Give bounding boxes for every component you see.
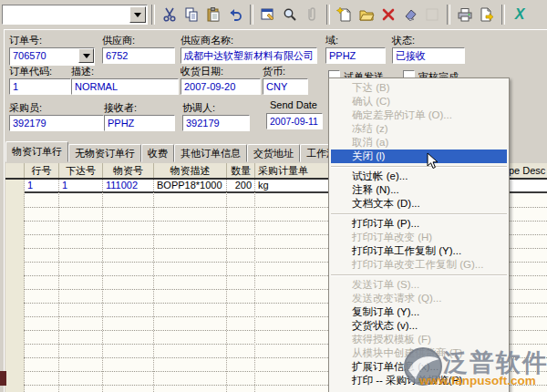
menu-item-label: 文档文本 (D)... — [352, 198, 420, 209]
menu-item-label: 复制订单 (Y)... — [352, 306, 419, 317]
bottom-left-artifact — [0, 371, 6, 386]
grid-header-qty: 数量 — [227, 163, 255, 178]
menu-item-label: 确定差异的订单 (O)... — [352, 109, 452, 120]
erase-icon[interactable] — [399, 4, 421, 26]
attachment-icon — [301, 4, 323, 26]
coordinator-field[interactable]: 392179 — [182, 115, 250, 131]
paste-icon[interactable] — [202, 4, 224, 26]
currency-field[interactable]: CNY — [263, 78, 308, 95]
cell-release[interactable]: 1 — [59, 180, 103, 191]
description-field[interactable]: NORMAL — [71, 78, 179, 95]
description-label: 描述: — [71, 65, 94, 78]
menu-item[interactable]: 确认 (C) — [329, 95, 509, 108]
grid-header-partial: pe Desc — [509, 163, 545, 178]
tab-label: 交货地址 — [253, 148, 294, 159]
cell-desc[interactable]: BOPP18*1000 — [154, 180, 227, 191]
menu-item-label: 打印订单工作复制 (Y)... — [352, 245, 461, 256]
menu-item[interactable]: 打印订单 (P)... — [329, 217, 509, 231]
grid-selector-column — [5, 180, 25, 392]
menu-item[interactable] — [329, 211, 509, 217]
chevron-down-icon[interactable] — [129, 6, 146, 23]
toolbar-separator — [151, 5, 155, 25]
domain-field[interactable]: PPHZ — [325, 47, 386, 64]
menu-item-label: 发送订单 (S)... — [352, 279, 419, 290]
order-no-label: 订单号: — [9, 34, 42, 47]
currency-label: 货币: — [263, 65, 285, 78]
menu-item-label: 从模块中创建供货商 (T) — [352, 347, 462, 358]
menu-item-label: 交货状态 (v)... — [352, 320, 418, 331]
tab[interactable]: 收费 — [141, 144, 174, 162]
menu-item[interactable] — [329, 272, 509, 278]
menu-item-label: 冻结 (z) — [352, 123, 388, 134]
cell-line[interactable]: 1 — [25, 180, 59, 191]
cell-item[interactable]: 111002 — [103, 180, 154, 191]
menu-item[interactable]: 复制订单 (Y)... — [329, 305, 509, 319]
menu-item[interactable]: 发送改变请求 (Q)... — [329, 292, 509, 305]
menu-item[interactable]: 关闭 (l) — [331, 150, 507, 163]
buyer-field[interactable]: 392179 — [9, 115, 104, 131]
menu-item[interactable]: 从模块中创建供货商 (T) — [329, 346, 509, 360]
receive-date-field[interactable]: 2007-09-20 — [181, 78, 261, 95]
menu-item[interactable]: 打印 -- 采购订单报览(P) — [329, 374, 509, 387]
open-folder-icon[interactable] — [356, 4, 377, 26]
menu-item[interactable]: 交货状态 (v)... — [329, 319, 509, 333]
menu-item[interactable]: 冻结 (z) — [329, 122, 509, 136]
new-icon[interactable] — [334, 4, 356, 26]
menu-item[interactable]: 发送订单 (S)... — [329, 278, 509, 292]
grid-column-line — [58, 180, 59, 392]
export-icon[interactable] — [476, 4, 498, 26]
menu-item[interactable]: 打印订单改变工作复制 (G)... — [329, 258, 509, 272]
menu-item[interactable]: 打印订单工作复制 (Y)... — [329, 244, 509, 258]
menu-item[interactable]: 试过帐 (e)... — [329, 170, 509, 183]
menu-item[interactable]: 扩展订单信息 (x)... — [329, 360, 509, 374]
order-code-field[interactable]: 1 — [9, 78, 71, 95]
menu-item[interactable]: 获得授权模板 (F) — [329, 333, 509, 346]
menu-item-label: 注释 (N)... — [352, 184, 399, 195]
menu-item[interactable]: 下达 (B) — [329, 81, 509, 95]
grid-header-selector — [5, 163, 25, 178]
menu-item-label: 试过帐 (e)... — [352, 170, 408, 181]
menu-item[interactable]: 取消 (a) — [329, 136, 509, 150]
send-date-field[interactable]: 2007-09-11 — [266, 113, 323, 129]
coordinator-label: 协调人: — [182, 101, 215, 115]
chevron-down-icon[interactable] — [78, 48, 94, 63]
tab-label: 无物资订单行 — [75, 148, 135, 159]
buyer-label: 采购员: — [9, 101, 42, 115]
status-field[interactable]: 已接收 — [392, 47, 465, 64]
grid-column-line — [226, 180, 227, 392]
menu-item[interactable] — [329, 163, 509, 170]
supplier-name-field[interactable]: 成都中达软塑新材料有限公司 — [181, 47, 317, 64]
delete-icon[interactable] — [377, 4, 399, 26]
search-icon[interactable] — [279, 4, 301, 26]
supplier-field[interactable]: 6752 — [102, 47, 175, 64]
receiver-field[interactable]: PPHZ — [104, 115, 175, 131]
menu-item-label: 扩展订单信息 (x)... — [352, 361, 439, 372]
grid-column-line — [254, 180, 255, 392]
tab[interactable]: 物资订单行 — [5, 141, 68, 162]
context-menu: 下达 (B)确认 (C)确定差异的订单 (O)...冻结 (z)取消 (a)关闭… — [328, 77, 510, 392]
menu-item[interactable]: 打印订单改变 (H) — [329, 231, 509, 244]
toolbar-separator — [250, 5, 253, 25]
properties-icon[interactable] — [257, 4, 279, 26]
cell-qty[interactable]: 200 — [227, 180, 255, 191]
tab[interactable]: 无物资订单行 — [68, 144, 141, 162]
menu-item-label: 打印订单 (P)... — [352, 218, 419, 229]
grid-header-release: 下达号 — [59, 163, 103, 178]
print-icon[interactable] — [454, 4, 476, 26]
menu-item[interactable]: 注释 (N)... — [329, 183, 509, 197]
order-no-combobox[interactable]: 706570 — [9, 47, 95, 66]
tab[interactable]: 其他订单信息 — [174, 144, 247, 162]
menu-item[interactable]: 确定差异的订单 (O)... — [329, 108, 509, 122]
toolbar-combobox[interactable] — [2, 5, 148, 25]
cut-icon[interactable] — [159, 4, 181, 26]
mouse-cursor-icon — [427, 152, 443, 174]
undo-icon[interactable] — [224, 4, 246, 26]
menu-item[interactable]: 文档文本 (D)... — [329, 197, 509, 211]
grid-column-line — [153, 180, 154, 392]
tab[interactable]: 交货地址 — [247, 144, 300, 162]
menu-item-label: 下达 (B) — [352, 82, 390, 93]
grid-header-line: 行号 — [25, 163, 59, 178]
excel-icon[interactable]: X — [509, 4, 531, 26]
copy-icon[interactable] — [181, 4, 202, 26]
menu-item-label: 关闭 (l) — [352, 150, 385, 161]
